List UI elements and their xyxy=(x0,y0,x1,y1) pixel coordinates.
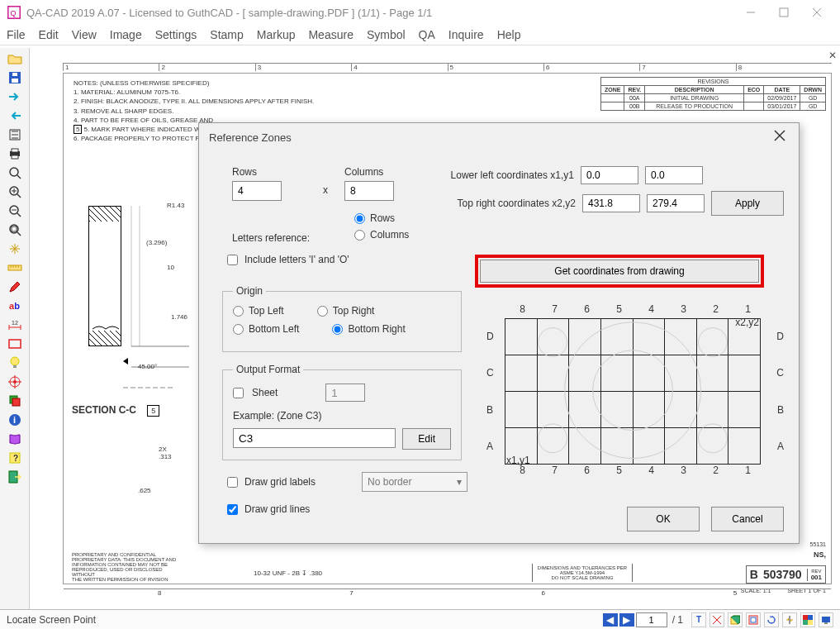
menu-markup[interactable]: Markup xyxy=(257,28,296,41)
example-label: Example: (Zone C3) xyxy=(233,410,451,422)
draw-lines-checkbox[interactable] xyxy=(227,504,238,515)
ruler-top: 12345678 xyxy=(63,63,832,71)
border-combo[interactable]: No border ▾ xyxy=(362,472,467,492)
svg-text:i: i xyxy=(13,415,16,425)
page-total: / 1 xyxy=(672,614,683,626)
svg-rect-38 xyxy=(12,398,20,406)
left-toolbar: ab 12 i ? xyxy=(0,48,30,609)
example-input[interactable] xyxy=(233,428,396,448)
origin-bottom-right[interactable]: Bottom Right xyxy=(332,323,405,335)
bulb-icon[interactable] xyxy=(3,354,26,372)
rect-icon[interactable] xyxy=(3,335,26,353)
menu-stamp[interactable]: Stamp xyxy=(210,28,243,41)
cancel-button[interactable]: Cancel xyxy=(711,507,784,531)
sb-cross-icon[interactable] xyxy=(709,612,724,627)
grid-preview: 87654321 DCBA xyxy=(486,303,784,507)
svg-text:?: ? xyxy=(13,454,18,463)
menu-settings[interactable]: Settings xyxy=(155,28,197,41)
draw-labels-checkbox[interactable] xyxy=(227,477,238,488)
info-icon[interactable]: i xyxy=(3,411,26,429)
svg-rect-25 xyxy=(8,265,21,270)
page-next-icon[interactable]: ▶ xyxy=(619,613,634,627)
svg-rect-61 xyxy=(803,615,808,620)
text-ab-icon[interactable]: ab xyxy=(3,297,26,315)
dialog-close-icon[interactable] xyxy=(771,126,789,148)
page-prev-icon[interactable]: ◀ xyxy=(603,613,618,627)
output-format-group: Output Format Sheet Example: (Zone C3) E… xyxy=(222,364,462,460)
tolerance-note: DIMENSIONS AND TOLERANCES PER ASME Y14.5… xyxy=(532,564,633,582)
menu-help[interactable]: Help xyxy=(497,28,521,41)
sheet-number xyxy=(325,384,365,402)
menu-view[interactable]: View xyxy=(72,28,97,41)
section-label: SECTION C-C 5 xyxy=(72,404,159,416)
book-icon[interactable] xyxy=(3,430,26,448)
save-icon[interactable] xyxy=(3,69,26,87)
zoom-out-icon[interactable] xyxy=(3,202,26,220)
sb-grid-icon[interactable] xyxy=(746,612,761,627)
menu-measure[interactable]: Measure xyxy=(308,28,353,41)
menu-file[interactable]: File xyxy=(7,28,26,41)
pan-icon[interactable] xyxy=(3,240,26,258)
ok-button[interactable]: OK xyxy=(627,507,700,531)
radio-cols[interactable]: Columns xyxy=(354,229,784,241)
stamp-icon[interactable] xyxy=(3,126,26,144)
help-icon[interactable]: ? xyxy=(3,449,26,467)
prev-icon[interactable] xyxy=(3,107,26,125)
menu-image[interactable]: Image xyxy=(110,28,142,41)
menu-symbol[interactable]: Symbol xyxy=(367,28,406,41)
svg-rect-12 xyxy=(12,155,18,159)
maximize-button[interactable] xyxy=(767,0,800,25)
edit-button[interactable]: Edit xyxy=(402,428,451,450)
zoom-in-icon[interactable] xyxy=(3,183,26,201)
sb-flip-icon[interactable] xyxy=(782,612,797,627)
origin-top-left[interactable]: Top Left xyxy=(233,305,284,317)
svg-rect-66 xyxy=(824,622,828,624)
sb-rotate-icon[interactable] xyxy=(764,612,779,627)
origin-bottom-left[interactable]: Bottom Left xyxy=(233,323,299,335)
open-icon[interactable] xyxy=(3,50,26,68)
measure-icon[interactable] xyxy=(3,259,26,277)
close-button[interactable] xyxy=(800,0,833,25)
svg-rect-65 xyxy=(822,617,830,622)
print-icon[interactable] xyxy=(3,145,26,163)
pencil-icon[interactable] xyxy=(3,278,26,296)
sb-text-icon[interactable]: T xyxy=(691,612,706,627)
target-icon[interactable] xyxy=(3,373,26,391)
reference-zones-dialog: Reference Zones Rows x Columns Lower lef… xyxy=(198,122,800,544)
next-icon[interactable] xyxy=(3,88,26,106)
draw-labels-label: Draw grid labels xyxy=(244,476,316,488)
section-view: R1.43 (3.296) 10 1.746 45.00° .625 2X .3… xyxy=(88,206,121,346)
minimize-button[interactable] xyxy=(734,0,767,25)
svg-rect-32 xyxy=(13,365,17,368)
letters-reference: Letters reference: Include letters 'I' a… xyxy=(232,232,349,265)
get-coordinates-button[interactable]: Get coordinates from drawing xyxy=(480,260,759,283)
svg-rect-7 xyxy=(12,79,18,83)
page-input[interactable] xyxy=(636,612,667,627)
menu-inquire[interactable]: Inquire xyxy=(448,28,484,41)
zoom-icon[interactable] xyxy=(3,164,26,182)
apply-button[interactable]: Apply xyxy=(711,191,784,216)
sheet-checkbox[interactable] xyxy=(233,388,244,398)
layers-icon[interactable] xyxy=(3,392,26,410)
menu-edit[interactable]: Edit xyxy=(39,28,59,41)
x1-input[interactable] xyxy=(581,166,638,184)
canvas-close-icon[interactable]: ✕ xyxy=(828,50,837,61)
y2-input[interactable] xyxy=(647,194,705,212)
menu-qa[interactable]: QA xyxy=(419,28,435,41)
y1-input[interactable] xyxy=(645,166,703,184)
fit-icon[interactable] xyxy=(3,221,26,239)
include-io-checkbox[interactable] xyxy=(227,255,238,265)
exit-icon[interactable] xyxy=(3,468,26,486)
svg-rect-62 xyxy=(808,615,813,620)
legal-note: PROPRIETARY AND CONFIDENTIAL PROPRIETARY… xyxy=(72,552,179,582)
sb-cube-icon[interactable] xyxy=(728,612,743,627)
cols-input[interactable] xyxy=(344,181,394,201)
sb-screen-icon[interactable] xyxy=(819,612,833,627)
dimension-icon[interactable]: 12 xyxy=(3,316,26,334)
origin-top-right[interactable]: Top Right xyxy=(317,305,375,317)
app-icon: Q xyxy=(7,5,21,20)
rows-input[interactable] xyxy=(232,181,282,201)
grid-table xyxy=(505,318,761,465)
sb-color-icon[interactable] xyxy=(800,612,815,627)
x2-input[interactable] xyxy=(582,194,640,212)
